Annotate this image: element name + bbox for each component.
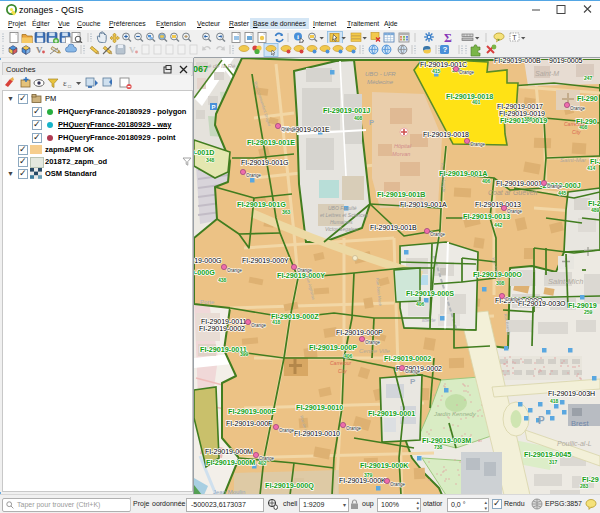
svg-text:Orange: Orange xyxy=(459,70,475,75)
svg-text:FI-290: FI-290 xyxy=(577,94,598,103)
svg-text:FI-29019-001B: FI-29019-001B xyxy=(370,224,417,231)
svg-text:Orange: Orange xyxy=(246,173,262,178)
svg-text:Orange: Orange xyxy=(430,232,446,237)
svg-text:406: 406 xyxy=(482,178,491,184)
svg-text:FI-29019-001B: FI-29019-001B xyxy=(377,190,425,199)
svg-text:363: 363 xyxy=(282,209,291,215)
svg-text:445: 445 xyxy=(558,190,567,196)
svg-text:FI-29019-0002: FI-29019-0002 xyxy=(199,325,245,332)
svg-text:401: 401 xyxy=(472,99,481,105)
svg-text:Orange: Orange xyxy=(251,323,267,328)
svg-text:FI-29019-0018: FI-29019-0018 xyxy=(423,131,469,138)
svg-text:FI-29019-000G: FI-29019-000G xyxy=(194,268,215,277)
svg-text:FI-29019-000F: FI-29019-000F xyxy=(228,407,276,416)
svg-text:City: City xyxy=(572,129,581,135)
svg-text:406: 406 xyxy=(416,301,425,307)
svg-text:Victor Segalen: Victor Segalen xyxy=(325,226,358,232)
svg-text:Orange: Orange xyxy=(259,456,275,461)
svg-text:FI-29019-0013: FI-29019-0013 xyxy=(475,201,521,208)
svg-text:Orange: Orange xyxy=(365,340,381,345)
svg-text:Saint-Mar: Saint-Mar xyxy=(560,157,587,163)
svg-text:FI-29019-003H: FI-29019-003H xyxy=(548,390,595,397)
svg-text:Carrefour: Carrefour xyxy=(330,360,351,366)
svg-text:FI-29019-0010: FI-29019-0010 xyxy=(294,430,340,437)
svg-text:FI-29019-000P: FI-29019-000P xyxy=(309,343,357,352)
svg-text:283: 283 xyxy=(580,483,589,489)
svg-text:Brest: Brest xyxy=(571,419,589,428)
svg-text:Jardin Kennedy: Jardin Kennedy xyxy=(433,411,477,417)
svg-text:442: 442 xyxy=(494,222,503,228)
svg-text:418: 418 xyxy=(272,319,281,325)
svg-text:ε: ε xyxy=(63,78,67,88)
svg-text:FI-29019-0001: FI-29019-0001 xyxy=(368,409,415,418)
svg-text:Carrefour: Carrefour xyxy=(564,121,585,127)
svg-text:Saint-M: Saint-M xyxy=(535,70,559,77)
svg-text:Humaines: Humaines xyxy=(330,219,353,225)
svg-text:FI-29019-0018: FI-29019-0018 xyxy=(446,92,493,101)
svg-text:FI-29019-0010: FI-29019-0010 xyxy=(296,403,343,412)
svg-text:FI-29019-000K: FI-29019-000K xyxy=(360,461,409,470)
svg-text:386: 386 xyxy=(524,116,533,122)
svg-text:Orange: Orange xyxy=(405,369,421,374)
svg-text:Orange: Orange xyxy=(390,482,406,487)
svg-text:T: T xyxy=(512,34,517,41)
svg-text:Hôpital: Hôpital xyxy=(394,143,412,149)
svg-text:FI-29019-003O: FI-29019-003O xyxy=(518,300,566,307)
svg-text:FI-29019-000Q: FI-29019-000Q xyxy=(265,481,314,490)
svg-text:Médecine: Médecine xyxy=(367,79,394,85)
svg-text:Poullic-al-L: Poullic-al-L xyxy=(557,440,592,447)
svg-text:FI-29019-001J: FI-29019-001J xyxy=(323,106,370,115)
svg-text:Orange: Orange xyxy=(505,297,521,302)
svg-text:City: City xyxy=(338,368,347,374)
svg-text:Orange: Orange xyxy=(281,127,297,132)
svg-text:Orange: Orange xyxy=(570,106,586,111)
svg-text:FI-29019-000S: FI-29019-000S xyxy=(406,289,454,298)
svg-text:FI-29019-001G: FI-29019-001G xyxy=(241,159,288,166)
svg-text:259: 259 xyxy=(584,309,593,315)
svg-text:414: 414 xyxy=(587,165,596,171)
svg-text:P: P xyxy=(369,118,374,127)
svg-text:P: P xyxy=(212,104,216,110)
svg-text:P: P xyxy=(410,377,416,386)
svg-text:FI-29019-000M: FI-29019-000M xyxy=(205,448,253,455)
svg-text:é de la Ré: é de la Ré xyxy=(208,63,236,69)
svg-text:FI-29019-000M: FI-29019-000M xyxy=(206,458,255,467)
svg-text:9019-0005: 9019-0005 xyxy=(549,58,583,64)
svg-text:418: 418 xyxy=(550,398,559,404)
svg-text:FI-29019-000P: FI-29019-000P xyxy=(336,329,383,336)
svg-text:i: i xyxy=(297,33,299,41)
svg-text:317: 317 xyxy=(549,459,558,465)
svg-text:FI-29019-000Y: FI-29019-000Y xyxy=(242,257,289,264)
svg-text:FI-29019-0017: FI-29019-0017 xyxy=(497,103,543,110)
svg-text:489: 489 xyxy=(591,207,600,213)
svg-text:V: V xyxy=(129,45,136,55)
svg-text:399: 399 xyxy=(240,351,249,357)
svg-text:Morvan: Morvan xyxy=(392,151,410,157)
svg-text:FI-29019-000G: FI-29019-000G xyxy=(194,257,221,264)
svg-text:?: ? xyxy=(443,45,448,54)
svg-text:Orange: Orange xyxy=(279,428,295,433)
svg-text:438: 438 xyxy=(218,277,227,283)
svg-text:738: 738 xyxy=(434,444,443,450)
svg-text:Orange: Orange xyxy=(227,268,243,273)
svg-text:FI-29019-000B: FI-29019-000B xyxy=(494,58,541,64)
svg-text:Orange: Orange xyxy=(547,184,563,189)
svg-text:Orange: Orange xyxy=(346,426,362,431)
svg-text:P: P xyxy=(538,415,545,426)
svg-text:UBO - UFR: UBO - UFR xyxy=(365,71,396,77)
svg-text:FI-29019-0001: FI-29019-0001 xyxy=(496,180,542,187)
svg-text:247: 247 xyxy=(584,75,593,81)
svg-text:FI-29019-001G: FI-29019-001G xyxy=(237,200,286,209)
svg-text:Orange: Orange xyxy=(470,142,486,147)
svg-text:Saint-Mich: Saint-Mich xyxy=(548,277,583,286)
svg-text:408: 408 xyxy=(354,115,363,121)
svg-text:Centre Ville: Centre Ville xyxy=(359,348,391,354)
svg-text:FI-29019-0045: FI-29019-0045 xyxy=(524,450,571,459)
svg-text:FI-29019-000F: FI-29019-000F xyxy=(226,420,272,427)
svg-text:FI-29019-003M: FI-29019-003M xyxy=(422,436,471,445)
svg-text:FI-29019-001E: FI-29019-001E xyxy=(247,138,295,147)
svg-text:V: V xyxy=(36,45,43,55)
svg-text:Porte: Porte xyxy=(200,299,215,305)
svg-text:FI-29019-0011: FI-29019-0011 xyxy=(201,318,247,325)
svg-text:FI-29019-0002: FI-29019-0002 xyxy=(384,354,431,363)
